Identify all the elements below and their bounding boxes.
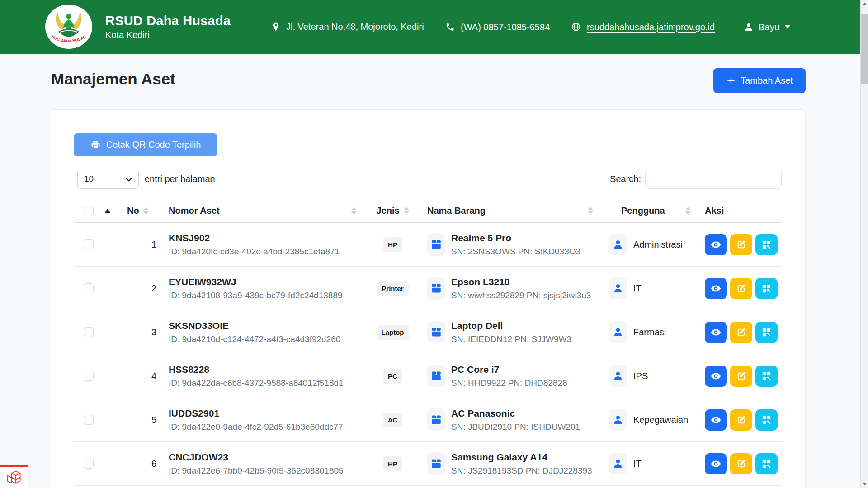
item-serial: SN: wiwhss292829 PN: sjsjsj2iwi3u3 <box>451 291 591 300</box>
edit-pencil-icon <box>736 415 746 425</box>
website-link[interactable]: rsuddahahusada.jatimprov.go.id <box>587 22 715 32</box>
printer-icon <box>90 140 101 150</box>
qr-code-button[interactable] <box>755 409 778 431</box>
print-qr-button[interactable]: Cetak QR Code Terpilih <box>74 133 217 156</box>
box-icon <box>430 370 442 382</box>
eye-icon <box>710 283 722 294</box>
view-button[interactable] <box>705 322 727 343</box>
page-length-value: 10 <box>84 174 94 184</box>
table-row: 3 SKSND33OIE ID: 9da4210d-c124-4472-a4f3… <box>74 310 782 354</box>
view-button[interactable] <box>705 409 727 431</box>
item-serial: SN: IEIEDDN12 PN: SJJW9W3 <box>451 334 571 344</box>
edit-pencil-icon <box>736 283 746 294</box>
address-item: Jl. Veteran No.48, Mojoroto, Kediri <box>271 21 424 33</box>
header-jenis[interactable]: Jenis <box>362 199 423 222</box>
top-navbar: RSUD DAHA HUSADA RSUD Daha Husada Kota K… <box>0 0 860 54</box>
qr-code-button[interactable] <box>755 278 778 299</box>
search-label: Search: <box>610 174 641 184</box>
qr-code-button[interactable] <box>755 234 778 255</box>
phone-text: (WA) 0857-1085-6584 <box>461 22 550 32</box>
header-nomor-aset[interactable]: Nomor Aset <box>161 199 362 222</box>
qr-code-button[interactable] <box>755 453 778 474</box>
edit-pencil-icon <box>736 239 746 250</box>
view-button[interactable] <box>705 278 727 299</box>
page-title: Manajemen Aset <box>51 70 175 88</box>
view-button[interactable] <box>705 366 727 387</box>
qr-code-icon <box>761 415 772 425</box>
type-badge: HP <box>383 237 402 252</box>
user-label: Administrasi <box>633 239 683 250</box>
user-chip <box>609 453 627 474</box>
header-nama-barang[interactable]: Nama Barang <box>423 199 604 222</box>
edit-pencil-icon <box>736 327 746 338</box>
edit-button[interactable] <box>730 234 752 255</box>
edit-button[interactable] <box>730 409 752 431</box>
scroll-down-arrow-icon[interactable] <box>861 480 868 488</box>
item-name: Samsung Galaxy A14 <box>451 452 592 463</box>
table-body: 1 KNSJ902 ID: 9da420fc-cd3e-402c-a4bd-23… <box>74 223 782 486</box>
qr-code-icon <box>761 371 772 381</box>
laravel-debugbar-toggle[interactable] <box>0 465 28 488</box>
row-checkbox[interactable] <box>84 371 94 381</box>
item-serial: SN: HHD9922 PN: DHD82828 <box>451 378 567 388</box>
type-badge: Laptop <box>377 325 409 340</box>
row-checkbox[interactable] <box>84 327 94 337</box>
row-checkbox[interactable] <box>84 459 94 469</box>
asset-table: No Nomor Aset Jenis Nama Barang Pengguna <box>74 199 782 486</box>
table-row: 4 HSS8228 ID: 9da422da-c6b8-4372-9588-a8… <box>74 354 782 398</box>
row-number: 3 <box>122 310 161 354</box>
item-name: Laptop Dell <box>451 320 571 331</box>
edit-button[interactable] <box>730 278 752 299</box>
row-checkbox[interactable] <box>84 415 94 425</box>
row-number: 2 <box>122 267 161 310</box>
item-chip <box>427 321 445 343</box>
user-label: Kepegawaian <box>633 415 688 425</box>
view-button[interactable] <box>705 234 727 255</box>
user-chip <box>609 277 627 299</box>
row-checkbox[interactable] <box>84 239 94 249</box>
asset-code: EYUEIW932WJ <box>169 277 236 287</box>
box-icon <box>430 414 442 426</box>
row-number: 6 <box>122 442 161 485</box>
item-name: PC Core i7 <box>451 364 567 375</box>
scroll-up-arrow-icon[interactable] <box>861 0 868 8</box>
header-aksi: Aksi <box>699 199 783 222</box>
user-chip <box>609 321 627 343</box>
user-icon <box>613 458 623 469</box>
box-icon <box>430 239 442 250</box>
row-number: 1 <box>122 223 161 266</box>
user-icon <box>613 327 623 338</box>
item-chip <box>427 277 445 300</box>
select-all-checkbox[interactable] <box>84 206 94 216</box>
vertical-scrollbar[interactable] <box>860 0 868 488</box>
add-asset-button[interactable]: Tambah Aset <box>713 68 806 93</box>
type-badge: Printer <box>377 281 408 296</box>
box-icon <box>430 326 442 338</box>
app-viewport: RSUD DAHA HUSADA RSUD Daha Husada Kota K… <box>0 0 868 488</box>
scrollbar-thumb[interactable] <box>861 14 868 84</box>
sort-both-icon <box>685 207 691 215</box>
page-length-select[interactable]: 10 <box>77 169 139 189</box>
brand[interactable]: RSUD DAHA HUSADA RSUD Daha Husada Kota K… <box>45 5 231 49</box>
view-button[interactable] <box>705 453 727 474</box>
user-chip <box>609 234 627 255</box>
asset-code: IUDDS2901 <box>169 408 219 419</box>
user-chip <box>609 409 627 431</box>
edit-button[interactable] <box>730 366 752 387</box>
asset-id: ID: 9da420fc-cd3e-402c-a4bd-2385c1efa871 <box>169 247 340 257</box>
qr-code-button[interactable] <box>755 322 778 343</box>
asset-code: SKSND33OIE <box>169 320 229 331</box>
edit-button[interactable] <box>730 453 752 474</box>
row-checkbox[interactable] <box>84 283 94 293</box>
address-text: Jl. Veteran No.48, Mojoroto, Kediri <box>286 22 424 32</box>
qr-code-button[interactable] <box>755 366 778 387</box>
edit-button[interactable] <box>730 322 752 343</box>
user-label: IT <box>633 459 642 469</box>
header-no[interactable]: No <box>122 199 161 222</box>
header-select-all[interactable] <box>74 199 122 222</box>
caret-down-icon <box>784 25 791 29</box>
asset-table-card: Cetak QR Code Terpilih 10 entri per hala… <box>50 109 806 488</box>
search-input[interactable] <box>645 169 782 189</box>
header-pengguna[interactable]: Pengguna <box>604 199 699 222</box>
user-menu[interactable]: Bayu <box>744 22 791 33</box>
